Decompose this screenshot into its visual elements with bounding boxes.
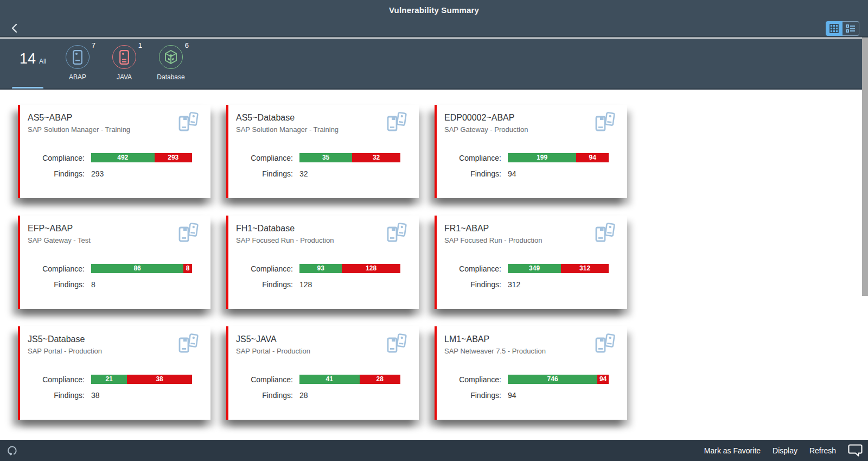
back-button[interactable] bbox=[7, 21, 22, 35]
scrollbar-thumb[interactable] bbox=[862, 37, 868, 296]
system-devices-icon bbox=[595, 223, 615, 244]
toolbar bbox=[0, 20, 868, 37]
findings-label: Findings: bbox=[236, 169, 293, 178]
findings-label: Findings: bbox=[28, 391, 85, 400]
card-subtitle: SAP Portal - Production bbox=[28, 347, 200, 355]
system-card[interactable]: JS5~Database SAP Portal - Production Com… bbox=[18, 326, 210, 420]
system-card[interactable]: EFP~ABAP SAP Gateway - Test Compliance: … bbox=[18, 216, 210, 309]
findings-label: Findings: bbox=[236, 391, 293, 400]
system-devices-icon bbox=[595, 112, 615, 134]
compliant-value: 746 bbox=[547, 375, 558, 384]
system-card[interactable]: JS5~JAVA SAP Portal - Production Complia… bbox=[226, 326, 419, 420]
card-title: JS5~JAVA bbox=[236, 334, 408, 344]
compliance-bar: 199 94 bbox=[508, 153, 609, 162]
compliance-label: Compliance: bbox=[28, 154, 85, 162]
facet-database[interactable]: 6 Database bbox=[151, 45, 190, 81]
noncompliant-value: 94 bbox=[589, 153, 596, 162]
noncompliant-value: 38 bbox=[156, 375, 163, 384]
filter-bar: 14All 7 ABAP 1 JAVA bbox=[0, 39, 868, 90]
compliance-bar: 21 38 bbox=[91, 375, 192, 384]
findings-value: 128 bbox=[299, 280, 312, 289]
facet-all-label: All bbox=[39, 58, 46, 65]
noncompliant-value: 128 bbox=[366, 264, 376, 273]
system-devices-icon bbox=[386, 112, 407, 134]
findings-label: Findings: bbox=[444, 169, 501, 178]
compliance-bar-red: 128 bbox=[342, 264, 400, 273]
facet-abap[interactable]: 7 ABAP bbox=[58, 45, 97, 81]
facet-abap-count: 7 bbox=[92, 41, 95, 49]
compliance-bar-green: 41 bbox=[299, 375, 360, 384]
card-title: LM1~ABAP bbox=[444, 334, 616, 344]
vertical-scrollbar[interactable] bbox=[862, 37, 868, 440]
grid-view-button[interactable] bbox=[826, 21, 843, 36]
findings-value: 28 bbox=[299, 391, 308, 400]
compliant-value: 21 bbox=[105, 375, 112, 384]
chat-bubble-icon[interactable] bbox=[848, 444, 863, 457]
grid-view-icon bbox=[829, 24, 839, 33]
facet-java[interactable]: 1 JAVA bbox=[105, 45, 144, 81]
facet-abap-ring: 7 bbox=[66, 45, 90, 69]
findings-value: 8 bbox=[91, 280, 95, 289]
noncompliant-value: 32 bbox=[373, 153, 380, 162]
compliance-bar-red: 94 bbox=[576, 153, 609, 162]
instance-device-icon bbox=[73, 50, 82, 65]
noncompliant-value: 28 bbox=[376, 375, 384, 384]
findings-value: 32 bbox=[299, 169, 308, 178]
facet-java-ring: 1 bbox=[112, 45, 136, 69]
card-title: AS5~Database bbox=[236, 113, 408, 123]
system-card[interactable]: AS5~ABAP SAP Solution Manager - Training… bbox=[18, 105, 210, 198]
compliant-value: 86 bbox=[133, 264, 141, 273]
system-card[interactable]: FR1~ABAP SAP Focused Run - Production Co… bbox=[435, 216, 627, 309]
findings-label: Findings: bbox=[236, 280, 293, 289]
compliance-label: Compliance: bbox=[236, 375, 293, 384]
system-devices-icon bbox=[178, 333, 199, 355]
display-button[interactable]: Display bbox=[773, 446, 797, 455]
facet-database-label: Database bbox=[151, 73, 190, 81]
refresh-button[interactable]: Refresh bbox=[809, 446, 836, 455]
system-devices-icon bbox=[178, 223, 199, 244]
card-subtitle: SAP Focused Run - Production bbox=[236, 236, 408, 244]
compliance-bar-green: 35 bbox=[299, 153, 352, 162]
compliance-bar: 35 32 bbox=[299, 153, 400, 162]
card-subtitle: SAP Solution Manager - Training bbox=[28, 125, 200, 134]
instance-device-icon bbox=[119, 50, 129, 65]
content-area: AS5~ABAP SAP Solution Manager - Training… bbox=[0, 90, 868, 440]
database-cube-icon bbox=[164, 49, 178, 65]
noncompliant-value: 293 bbox=[168, 153, 178, 162]
compliance-label: Compliance: bbox=[28, 264, 85, 273]
system-devices-icon bbox=[178, 112, 199, 134]
card-subtitle: SAP Focused Run - Production bbox=[444, 236, 616, 244]
system-card[interactable]: EDP00002~ABAP SAP Gateway - Production C… bbox=[435, 105, 627, 198]
compliance-bar-red: 293 bbox=[155, 153, 192, 162]
compliance-label: Compliance: bbox=[444, 264, 501, 273]
compliance-bar-green: 21 bbox=[91, 375, 127, 384]
system-card[interactable]: FH1~Database SAP Focused Run - Productio… bbox=[226, 216, 419, 309]
card-subtitle: SAP Portal - Production bbox=[236, 347, 408, 355]
title-bar: Vulnerability Summary bbox=[0, 0, 868, 20]
list-view-button[interactable] bbox=[843, 21, 859, 36]
card-title: JS5~Database bbox=[28, 334, 200, 344]
findings-value: 38 bbox=[91, 391, 100, 400]
facet-all[interactable]: 14All bbox=[20, 50, 46, 67]
system-card[interactable]: LM1~ABAP SAP Netweaver 7.5 - Production … bbox=[435, 326, 627, 420]
card-title: AS5~ABAP bbox=[28, 113, 200, 123]
footer-bar: Mark as Favorite Display Refresh bbox=[0, 440, 868, 461]
copilot-headset-icon[interactable] bbox=[5, 444, 20, 458]
system-devices-icon bbox=[386, 333, 407, 355]
card-subtitle: SAP Netweaver 7.5 - Production bbox=[444, 347, 616, 355]
findings-label: Findings: bbox=[444, 391, 501, 400]
compliance-bar: 492 293 bbox=[91, 153, 192, 162]
card-subtitle: SAP Gateway - Production bbox=[444, 125, 616, 134]
findings-value: 94 bbox=[508, 169, 516, 178]
card-title: FH1~Database bbox=[236, 224, 408, 233]
compliance-bar: 86 8 bbox=[91, 264, 192, 273]
compliant-value: 35 bbox=[322, 153, 329, 162]
compliance-bar-red: 28 bbox=[360, 375, 400, 384]
compliance-bar-green: 86 bbox=[91, 264, 183, 273]
compliance-bar: 349 312 bbox=[508, 264, 609, 273]
system-devices-icon bbox=[386, 223, 407, 244]
page-title: Vulnerability Summary bbox=[389, 5, 479, 15]
mark-as-favorite-button[interactable]: Mark as Favorite bbox=[704, 446, 761, 455]
system-card[interactable]: AS5~Database SAP Solution Manager - Trai… bbox=[226, 105, 419, 198]
compliance-label: Compliance: bbox=[444, 375, 501, 384]
